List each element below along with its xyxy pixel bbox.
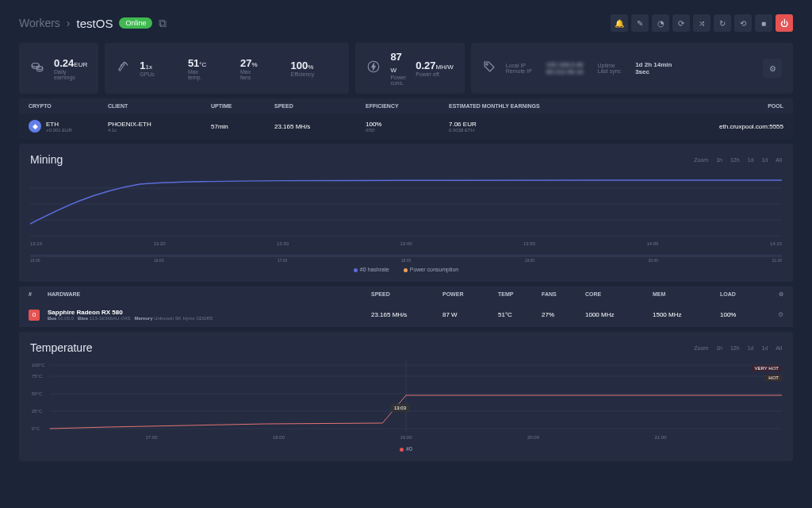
earnings-label: Daily earnings [54, 69, 87, 80]
breadcrumb-sep: › [67, 17, 71, 29]
zoom-1d2[interactable]: 1d [761, 157, 768, 163]
shuffle-icon[interactable]: ⤭ [693, 14, 710, 32]
temperature-chart[interactable]: VERY HOT HOT 100°C 75°C 50°C 25°C 0°C 13… [30, 360, 782, 433]
tzoom-1h[interactable]: 1h [716, 345, 722, 351]
reload-icon[interactable]: ⟲ [734, 14, 752, 32]
search-button[interactable]: ⚙ [763, 59, 782, 78]
stat-earnings: 0.24EUR Daily earnings [19, 43, 98, 94]
temperature-title: Temperature [30, 341, 93, 354]
hardware-table: # HARDWARE SPEED POWER TEMP FANS CORE ME… [19, 287, 793, 327]
crypto-row[interactable]: ◆ ETH+0.001 EUR PHOENIX-ETH4.1c 57min 23… [19, 114, 793, 139]
crypto-table: CRYPTO CLIENT UPTIME SPEED EFFICIENCY ES… [19, 98, 793, 139]
mining-title: Mining [30, 153, 63, 166]
pickaxe-icon [116, 60, 130, 78]
mining-zoom: Zoom 1h 12h 1d 1d All [694, 157, 782, 163]
breadcrumb-parent[interactable]: Workers [19, 17, 60, 29]
svg-point-3 [486, 63, 488, 64]
copy-icon[interactable]: ⧉ [159, 17, 167, 30]
tzoom-12h[interactable]: 12h [730, 345, 740, 351]
breadcrumb: Workers › testOS Online ⧉ [19, 17, 167, 30]
earnings-value: 0.24 [54, 57, 74, 69]
refresh-icon[interactable]: ⟳ [672, 14, 690, 32]
mining-panel: Mining Zoom 1h 12h 1d 1d All 13:10 13:20… [19, 144, 793, 282]
edit-icon[interactable]: ✎ [631, 14, 649, 32]
tzoom-all[interactable]: All [776, 345, 782, 351]
stop-icon[interactable]: ■ [755, 14, 772, 32]
svg-text:0°C: 0°C [32, 426, 40, 431]
svg-text:100°C: 100°C [32, 363, 45, 368]
status-badge: Online [119, 17, 152, 29]
temperature-zoom: Zoom 1h 12h 1d 1d All [694, 345, 782, 351]
stat-power: 87 W Power cons. 0.27MH/W Power eff. [355, 43, 464, 94]
temperature-time-axis: 17:00 18:00 19:00 20:00 21:00 [30, 433, 782, 441]
mining-legend: #0 hashrate Power consumption [30, 267, 782, 272]
tzoom-1d2[interactable]: 1d [761, 345, 768, 351]
svg-text:25°C: 25°C [32, 409, 43, 414]
hw-gear-icon[interactable]: ⚙ [768, 311, 783, 318]
power-icon[interactable]: ⏻ [776, 14, 793, 32]
coins-icon [30, 60, 44, 78]
temperature-legend: #0 [30, 446, 782, 452]
gpu-index-badge: 0 [29, 310, 40, 321]
bolt-icon [366, 60, 381, 78]
zoom-12h[interactable]: 12h [730, 157, 740, 163]
zoom-1d[interactable]: 1d [748, 157, 754, 163]
toolbar: 🔔 ✎ ◔ ⟳ ⤭ ↻ ⟲ ■ ⏻ [611, 14, 793, 32]
temperature-panel: Temperature Zoom 1h 12h 1d 1d All VERY H… [19, 332, 793, 461]
svg-text:75°C: 75°C [32, 374, 43, 379]
hw-gear-header-icon[interactable]: ⚙ [768, 291, 783, 298]
eth-icon: ◆ [29, 120, 41, 133]
stat-network: Local IP Remote IP 192.168.0.40 89.212.5… [471, 43, 793, 94]
tzoom-1d[interactable]: 1d [748, 345, 754, 351]
mining-scrubber[interactable]: 15:00 16:00 17:00 18:00 19:00 20:00 21:0… [30, 251, 782, 262]
mining-time-axis: 13:10 13:20 13:30 13:40 13:50 14:00 14:1… [30, 240, 782, 248]
hardware-row[interactable]: 0 Sapphire Radeon RX 580 Bus 01:00.0 Bio… [19, 302, 793, 327]
stat-hardware: 11x GPUs 51°C Max temp. 27% Max fans 100… [105, 43, 349, 94]
zoom-1h[interactable]: 1h [716, 157, 722, 163]
breadcrumb-worker: testOS [77, 17, 113, 30]
svg-text:50°C: 50°C [32, 391, 43, 396]
bell-icon[interactable]: 🔔 [611, 14, 628, 32]
cycle-icon[interactable]: ↻ [714, 14, 731, 32]
tag-icon [482, 60, 496, 78]
zoom-all[interactable]: All [776, 157, 782, 163]
gauge-icon[interactable]: ◔ [652, 14, 669, 32]
temp-tooltip: 13:03 [391, 404, 409, 412]
mining-chart[interactable] [30, 172, 782, 240]
